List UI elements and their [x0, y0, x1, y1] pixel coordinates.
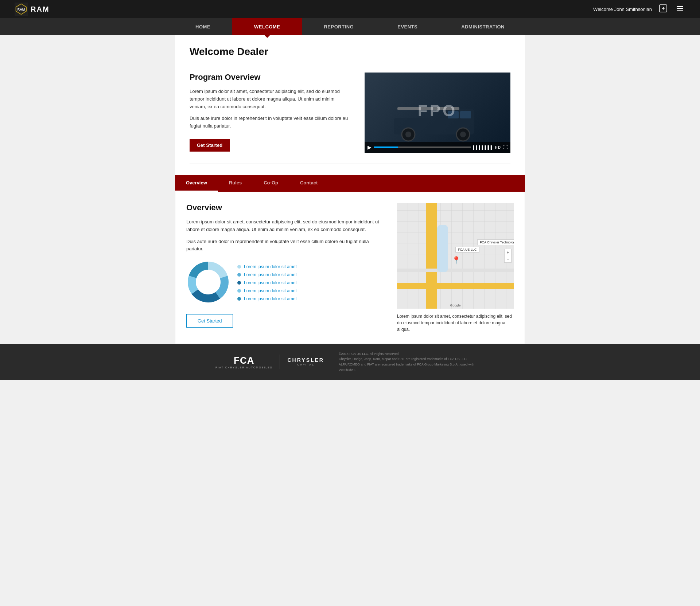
- overview-get-started-button[interactable]: Get Started: [186, 314, 233, 328]
- map-road-horizontal: [397, 283, 514, 289]
- video-player: FPO ▶ ▌▌▌▌▌▌▌ HD ⛶: [365, 73, 510, 153]
- logout-icon: [659, 4, 667, 12]
- donut-chart-svg: [186, 260, 230, 304]
- nav-item-home[interactable]: HOME: [174, 18, 232, 35]
- legend-dot-1: [237, 265, 241, 269]
- divider-top: [190, 65, 510, 65]
- fca-logo-area: FCA FIAT CHRYSLER AUTOMOBILES: [215, 355, 272, 369]
- legend-item-2[interactable]: Lorem ipsum dolor sit amet: [237, 272, 297, 277]
- nav-item-administration[interactable]: ADMINISTRATION: [439, 18, 526, 35]
- legend-item-5[interactable]: Lorem ipsum dolor sit amet: [237, 296, 297, 301]
- hd-badge: ▌▌▌▌▌▌▌ HD: [473, 145, 501, 149]
- map-label-chrysler: FCA Chrysler Technology Center: [477, 239, 514, 245]
- program-desc-2: Duis aute irure dolor in reprehenderit i…: [190, 115, 350, 130]
- donut-chart: [186, 260, 230, 305]
- map-zoom-in-button[interactable]: +: [505, 249, 511, 256]
- overview-left: Overview Lorem ipsum dolor sit amet, con…: [186, 203, 382, 333]
- progress-bar[interactable]: [374, 146, 471, 148]
- svg-rect-10: [460, 111, 471, 118]
- svg-point-12: [405, 132, 411, 137]
- google-watermark: Google: [450, 304, 460, 307]
- nav-item-welcome[interactable]: WELCOME: [232, 18, 302, 35]
- content-wrapper: Welcome Dealer Program Overview Lorem ip…: [175, 35, 525, 344]
- map-zoom-controls: + −: [504, 249, 512, 263]
- svg-text:RAM: RAM: [18, 8, 25, 11]
- play-button[interactable]: ▶: [368, 144, 372, 150]
- progress-bar-fill: [374, 146, 398, 148]
- map-caption: Lorem ipsum dolor sit amet, consectetur …: [397, 313, 514, 333]
- footer-legal-1: Chrysler, Dodge, Jeep, Ram, Mopar and SR…: [339, 356, 485, 361]
- legend-item-3[interactable]: Lorem ipsum dolor sit amet: [237, 280, 297, 285]
- page-title: Welcome Dealer: [190, 46, 510, 58]
- menu-button[interactable]: [674, 3, 685, 16]
- map-zoom-out-button[interactable]: −: [505, 256, 511, 262]
- brand-name: RAM: [31, 5, 50, 13]
- footer-text: ©2018 FCA US LLC. All Rights Reserved. C…: [339, 351, 485, 372]
- fca-sub-label: FIAT CHRYSLER AUTOMOBILES: [215, 366, 272, 369]
- nav-item-reporting[interactable]: REPORTING: [302, 18, 376, 35]
- main-area: Welcome Dealer Program Overview Lorem ip…: [0, 35, 700, 344]
- tab-coop[interactable]: Co-Op: [253, 175, 289, 192]
- legend-dot-3: [237, 281, 241, 285]
- main-nav: HOME WELCOME REPORTING EVENTS ADMINISTRA…: [0, 18, 700, 35]
- video-thumbnail: FPO: [365, 73, 510, 153]
- legend-dot-5: [237, 297, 241, 301]
- svg-point-14: [460, 132, 466, 137]
- map-placeholder[interactable]: 📍 FCA US LLC FCA Chrysler Technology Cen…: [397, 203, 514, 309]
- tab-rules[interactable]: Rules: [218, 175, 253, 192]
- program-overview-title: Program Overview: [190, 73, 350, 82]
- chrysler-label: CHRYSLER: [287, 357, 324, 363]
- fullscreen-button[interactable]: ⛶: [503, 145, 508, 150]
- program-overview-section: Program Overview Lorem ipsum dolor sit a…: [190, 73, 510, 153]
- legend-item-4[interactable]: Lorem ipsum dolor sit amet: [237, 288, 297, 293]
- footer: FCA FIAT CHRYSLER AUTOMOBILES CHRYSLER C…: [0, 344, 700, 380]
- legend-dot-2: [237, 273, 241, 277]
- ram-logo-icon: RAM: [15, 3, 28, 16]
- overview-desc-2: Duis aute irure dolor in reprehenderit i…: [186, 238, 382, 253]
- chart-legend-area: Lorem ipsum dolor sit amet Lorem ipsum d…: [186, 260, 382, 305]
- nav-item-events[interactable]: EVENTS: [376, 18, 439, 35]
- overview-tab-content: Overview Lorem ipsum dolor sit amet, con…: [175, 192, 525, 344]
- tab-overview[interactable]: Overview: [175, 175, 218, 192]
- svg-point-21: [197, 271, 219, 293]
- map-pin: 📍: [452, 256, 461, 265]
- header: RAM RAM Welcome John Smithsonian: [0, 0, 700, 18]
- hamburger-icon: [676, 4, 684, 12]
- legend-dot-4: [237, 289, 241, 293]
- program-desc-1: Lorem ipsum dolor sit amet, consectetur …: [190, 88, 350, 110]
- chrysler-logo-area: CHRYSLER CAPITAL: [287, 357, 324, 366]
- footer-legal-2: ALFA ROMEO and FIAT are registered trade…: [339, 362, 485, 372]
- chrysler-sub-label: CAPITAL: [287, 363, 324, 366]
- fpo-label: FPO: [418, 102, 457, 120]
- map-water: [437, 225, 448, 272]
- overview-section-title: Overview: [186, 203, 382, 212]
- program-text: Program Overview Lorem ipsum dolor sit a…: [190, 73, 350, 152]
- footer-logos: FCA FIAT CHRYSLER AUTOMOBILES CHRYSLER C…: [215, 355, 324, 369]
- overview-desc-1: Lorem ipsum dolor sit amet, consectetur …: [186, 218, 382, 234]
- fca-label: FCA: [215, 355, 272, 366]
- tabs-bar: Overview Rules Co-Op Contact: [175, 175, 525, 192]
- map-road-horizontal-2: [397, 269, 514, 272]
- legend-items: Lorem ipsum dolor sit amet Lorem ipsum d…: [237, 264, 297, 301]
- overview-inner: Overview Lorem ipsum dolor sit amet, con…: [186, 203, 514, 333]
- header-right: Welcome John Smithsonian: [593, 3, 685, 16]
- welcome-message: Welcome John Smithsonian: [593, 7, 652, 12]
- footer-divider: [280, 355, 280, 369]
- tab-contact[interactable]: Contact: [289, 175, 328, 192]
- map-area: 📍 FCA US LLC FCA Chrysler Technology Cen…: [397, 203, 514, 333]
- map-label-fca: FCA US LLC: [455, 247, 479, 253]
- map-road-vertical-2: [432, 203, 437, 309]
- divider-middle: [190, 164, 510, 164]
- program-get-started-button[interactable]: Get Started: [190, 139, 230, 152]
- logo-area: RAM RAM: [15, 3, 50, 16]
- legend-item-1[interactable]: Lorem ipsum dolor sit amet: [237, 264, 297, 269]
- logout-button[interactable]: [658, 3, 669, 16]
- video-controls: ▶ ▌▌▌▌▌▌▌ HD ⛶: [365, 142, 510, 153]
- footer-copyright: ©2018 FCA US LLC. All Rights Reserved.: [339, 351, 485, 356]
- tabs-container: Overview Rules Co-Op Contact: [175, 175, 525, 344]
